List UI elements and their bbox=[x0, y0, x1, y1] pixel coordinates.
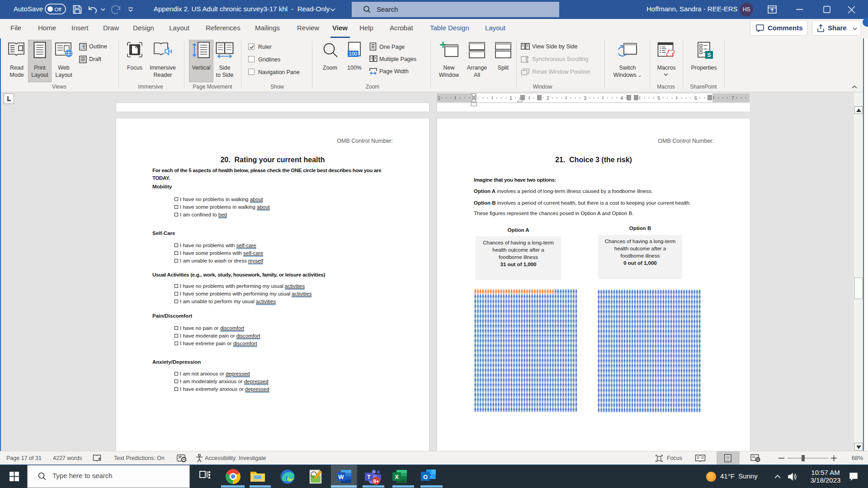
svg-text:1: 1 bbox=[509, 95, 512, 101]
svg-text:5: 5 bbox=[657, 95, 660, 101]
svg-text:100: 100 bbox=[349, 51, 357, 56]
svg-text:O: O bbox=[423, 474, 428, 480]
svg-text:W: W bbox=[338, 474, 344, 480]
svg-text:S: S bbox=[707, 52, 711, 58]
svg-text:Off: Off bbox=[54, 7, 61, 12]
svg-text:2: 2 bbox=[547, 95, 549, 101]
svg-text:9+: 9+ bbox=[373, 479, 379, 484]
svg-text:6: 6 bbox=[694, 95, 697, 101]
svg-text:1: 1 bbox=[438, 95, 440, 101]
svg-text:3: 3 bbox=[584, 95, 586, 101]
svg-text:X: X bbox=[395, 474, 399, 480]
svg-text:4: 4 bbox=[620, 95, 623, 101]
svg-text:T: T bbox=[367, 474, 371, 480]
svg-text:7: 7 bbox=[731, 95, 734, 101]
